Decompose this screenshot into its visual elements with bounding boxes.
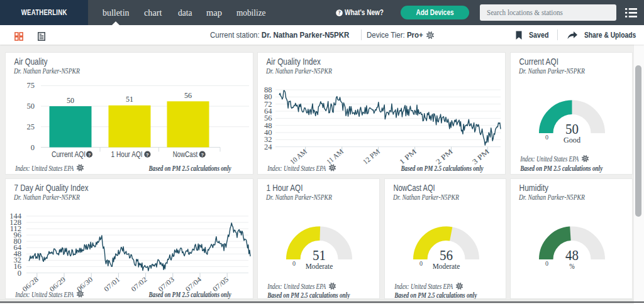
svg-text:07/02: 07/02 (130, 275, 148, 293)
svg-text:Based on PM 2.5 calculations o: Based on PM 2.5 calculations only (519, 164, 602, 173)
svg-text:Based on PM 2.5 calculations o: Based on PM 2.5 calculations only (148, 290, 231, 299)
svg-text:2 PM: 2 PM (435, 148, 454, 166)
svg-text:Air Quality Index: Air Quality Index (267, 57, 321, 67)
svg-text:50: 50 (67, 96, 74, 105)
svg-text:Index: United States EPA: Index: United States EPA (14, 164, 74, 173)
svg-text:88: 88 (264, 85, 272, 94)
svg-text:48: 48 (565, 247, 579, 263)
svg-text:Index: United States EPA: Index: United States EPA (267, 164, 326, 173)
svg-text:7 Day Air Quality Index: 7 Day Air Quality Index (14, 183, 89, 193)
svg-text:Based on PM 2.5 calculations o: Based on PM 2.5 calculations only (401, 164, 484, 173)
svg-text:0: 0 (419, 260, 423, 267)
svg-text:Dr. Nathan Parker-N5PKR: Dr. Nathan Parker-N5PKR (265, 193, 332, 202)
svg-text:Moderate: Moderate (306, 262, 333, 271)
svg-text:1 Hour AQI: 1 Hour AQI (267, 183, 303, 193)
svg-text:Index: United States EPA: Index: United States EPA (267, 282, 326, 291)
svg-text:51: 51 (313, 247, 326, 263)
svg-text:50: 50 (565, 121, 579, 137)
svg-text:0: 0 (545, 260, 548, 267)
svg-text:0: 0 (31, 143, 35, 152)
svg-text:Dr. Nathan Parker-N5PKR: Dr. Nathan Parker-N5PKR (518, 193, 585, 202)
svg-text:06/30: 06/30 (75, 275, 94, 293)
svg-text:Current AQI: Current AQI (519, 57, 559, 67)
svg-text:Good: Good (564, 136, 581, 144)
svg-text:1 Hour AQI: 1 Hour AQI (111, 150, 143, 159)
svg-text:Index: United States EPA: Index: United States EPA (14, 290, 74, 299)
svg-text:?: ? (88, 152, 91, 158)
svg-text:Index: United States EPA: Index: United States EPA (394, 282, 453, 291)
svg-text:Dr. Nathan Parker-N5PKR: Dr. Nathan Parker-N5PKR (392, 193, 459, 202)
svg-text:Current AQI: Current AQI (52, 150, 86, 159)
svg-text:0: 0 (545, 134, 548, 141)
svg-text:56: 56 (440, 247, 453, 263)
svg-text:Moderate: Moderate (433, 262, 460, 271)
svg-text:Based on PM 2.5 calculations o: Based on PM 2.5 calculations only (148, 164, 231, 173)
svg-text:?: ? (201, 152, 204, 158)
svg-text:Dr. Nathan Parker-N5PKR: Dr. Nathan Parker-N5PKR (518, 67, 585, 75)
svg-text:Dr. Nathan Parker-N5PKR: Dr. Nathan Parker-N5PKR (265, 67, 332, 75)
svg-text:75: 75 (27, 81, 35, 90)
svg-text:NowCast AQI: NowCast AQI (394, 183, 435, 193)
svg-text:25: 25 (27, 122, 35, 131)
svg-text:%: % (569, 262, 575, 271)
svg-text:51: 51 (126, 95, 133, 104)
svg-text:11 AM: 11 AM (325, 148, 345, 166)
svg-text:?: ? (146, 152, 149, 158)
svg-text:Based on PM 2.5 calculations o: Based on PM 2.5 calculations only (267, 291, 350, 299)
svg-text:NowCast: NowCast (173, 150, 198, 159)
svg-text:144: 144 (9, 212, 22, 220)
svg-text:Dr. Nathan Parker-N5PKR: Dr. Nathan Parker-N5PKR (13, 67, 80, 75)
svg-text:07/01: 07/01 (103, 275, 121, 293)
svg-text:0: 0 (292, 260, 296, 267)
svg-text:50: 50 (27, 102, 35, 111)
svg-text:Air Quality: Air Quality (14, 57, 48, 67)
svg-text:3 PM: 3 PM (471, 148, 491, 166)
svg-text:12 PM: 12 PM (362, 148, 381, 166)
svg-text:Dr. Nathan Parker-N5PKR: Dr. Nathan Parker-N5PKR (13, 193, 80, 202)
svg-text:56: 56 (184, 91, 192, 100)
svg-text:1 PM: 1 PM (398, 148, 418, 166)
svg-text:10 AM: 10 AM (289, 148, 308, 166)
svg-text:Humidity: Humidity (519, 183, 549, 193)
svg-text:Index: United States EPA: Index: United States EPA (519, 155, 579, 163)
svg-text:Based on PM 2.5 calculations o: Based on PM 2.5 calculations only (394, 291, 477, 299)
svg-text:?: ? (338, 9, 340, 16)
